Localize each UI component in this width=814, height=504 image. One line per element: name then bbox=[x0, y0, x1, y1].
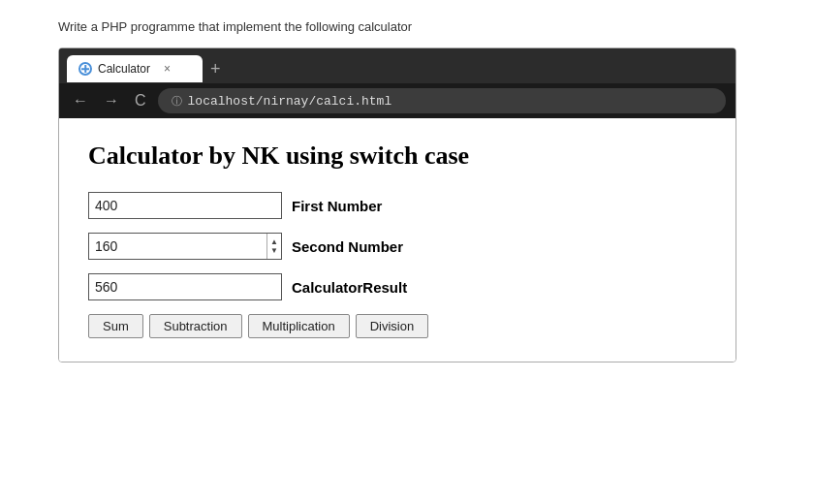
browser-chrome: Calculator × + ← → C ⓘ localhost/nirnay/… bbox=[59, 48, 736, 118]
forward-button[interactable]: → bbox=[100, 90, 123, 111]
address-bar-row: ← → C ⓘ localhost/nirnay/calci.html bbox=[59, 83, 736, 118]
spinner-control[interactable]: ▲ ▼ bbox=[266, 234, 281, 259]
tab-close-button[interactable]: × bbox=[164, 62, 171, 76]
page-wrapper: Write a PHP programme that implement the… bbox=[0, 0, 814, 382]
second-number-wrapper[interactable]: 160 ▲ ▼ bbox=[88, 233, 282, 260]
info-icon: ⓘ bbox=[172, 94, 182, 109]
subtraction-button[interactable]: Subtraction bbox=[149, 314, 242, 338]
address-url: localhost/nirnay/calci.html bbox=[188, 94, 392, 109]
sum-button[interactable]: Sum bbox=[88, 314, 143, 338]
first-number-row: First Number bbox=[88, 192, 706, 219]
second-number-value: 160 bbox=[95, 238, 266, 254]
division-button[interactable]: Division bbox=[356, 314, 429, 338]
address-bar[interactable]: ⓘ localhost/nirnay/calci.html bbox=[158, 88, 726, 113]
browser-content: Calculator by NK using switch case First… bbox=[59, 118, 736, 362]
calculator-title: Calculator by NK using switch case bbox=[88, 142, 706, 171]
arrow-up-icon[interactable]: ▲ bbox=[270, 238, 278, 246]
first-number-input[interactable] bbox=[88, 192, 282, 219]
instruction-text: Write a PHP programme that implement the… bbox=[58, 19, 756, 34]
browser-window: Calculator × + ← → C ⓘ localhost/nirnay/… bbox=[58, 47, 736, 362]
operation-buttons-row: Sum Subtraction Multiplication Division bbox=[88, 314, 706, 338]
tab-bar: Calculator × + bbox=[59, 48, 736, 83]
second-number-row: 160 ▲ ▼ Second Number bbox=[88, 233, 706, 260]
new-tab-button[interactable]: + bbox=[210, 59, 221, 79]
result-input[interactable] bbox=[88, 273, 282, 300]
second-number-label: Second Number bbox=[292, 238, 403, 255]
result-row: CalculatorResult bbox=[88, 273, 706, 300]
first-number-label: First Number bbox=[292, 198, 382, 214]
result-label: CalculatorResult bbox=[292, 279, 407, 296]
tab-label: Calculator bbox=[98, 62, 150, 76]
reload-button[interactable]: C bbox=[131, 90, 150, 111]
back-button[interactable]: ← bbox=[69, 90, 92, 111]
multiplication-button[interactable]: Multiplication bbox=[248, 314, 350, 338]
arrow-down-icon[interactable]: ▼ bbox=[270, 247, 278, 255]
globe-icon bbox=[78, 62, 92, 76]
active-tab[interactable]: Calculator × bbox=[67, 55, 203, 82]
